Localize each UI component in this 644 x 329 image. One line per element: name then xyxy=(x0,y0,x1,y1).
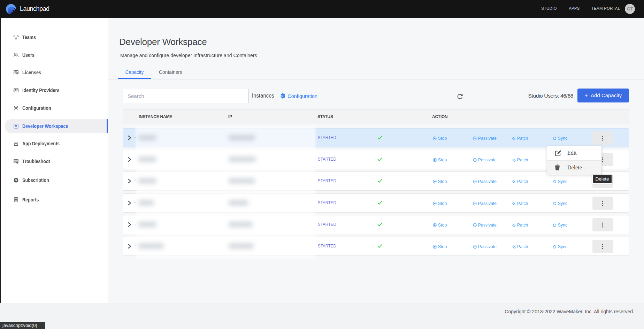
svg-text:$: $ xyxy=(15,178,17,182)
